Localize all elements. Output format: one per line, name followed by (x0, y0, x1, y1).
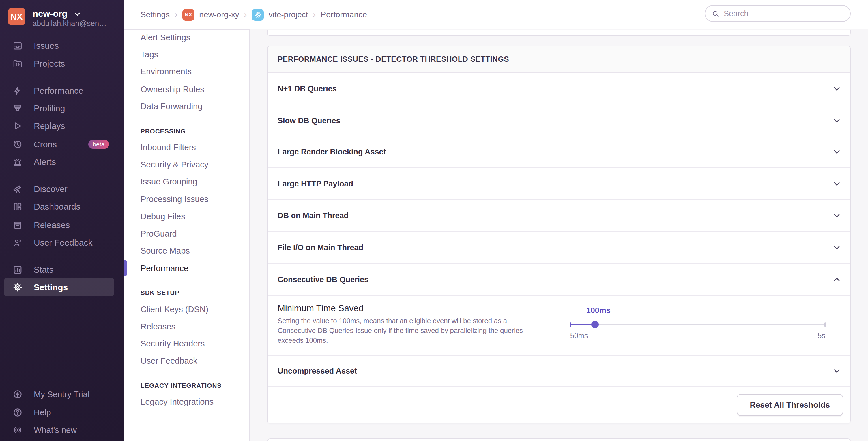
detector-row-label: Consecutive DB Queries (278, 275, 369, 284)
react-project-icon (252, 9, 264, 21)
gear-icon (13, 282, 23, 292)
settings-nav-item-issue-grouping[interactable]: Issue Grouping (141, 176, 197, 187)
settings-nav-item-source-maps[interactable]: Source Maps (141, 245, 190, 256)
detector-row-n-plus-one-db-queries[interactable]: N+1 DB Queries (268, 73, 850, 105)
slider-track[interactable] (570, 324, 825, 326)
bar-chart-icon (13, 265, 23, 275)
sidebar-item-profiling[interactable]: Profiling (0, 102, 124, 115)
projects-icon (13, 59, 23, 69)
breadcrumb-project[interactable]: vite-project (269, 10, 308, 19)
detector-row-slow-db-queries[interactable]: Slow DB Queries (268, 105, 850, 136)
settings-nav-item-data-forwarding[interactable]: Data Forwarding (141, 101, 202, 112)
reset-all-thresholds-button[interactable]: Reset All Thresholds (737, 394, 843, 416)
chevron-down-icon (832, 84, 841, 93)
sidebar-item-alerts[interactable]: Alerts (0, 156, 124, 168)
detector-row-db-on-main-thread[interactable]: DB on Main Thread (268, 199, 850, 231)
settings-nav-item-security-headers[interactable]: Security Headers (141, 338, 205, 349)
sidebar-item-stats[interactable]: Stats (0, 264, 124, 276)
settings-nav-item-inbound-filters[interactable]: Inbound Filters (141, 142, 196, 153)
next-panel-edge (267, 438, 851, 441)
telescope-icon (13, 184, 23, 194)
org-email: abdullah.khan@sen… (33, 19, 106, 28)
sidebar-item-label: Settings (34, 282, 68, 292)
chevron-down-icon (832, 179, 841, 189)
detector-row-consecutive-db-queries[interactable]: Consecutive DB Queries (268, 263, 850, 295)
org-avatar-small: NX (182, 9, 194, 21)
sidebar-item-dashboards[interactable]: Dashboards (0, 200, 124, 213)
settings-nav-heading-sdk-setup: SDK SETUP (141, 289, 180, 297)
settings-nav-item-environments[interactable]: Environments (141, 66, 192, 77)
sidebar-item-replays[interactable]: Replays (0, 120, 124, 132)
threshold-settings-panel: PERFORMANCE ISSUES - DETECTOR THRESHOLD … (267, 45, 851, 423)
sidebar-item-label: Issues (34, 41, 59, 51)
sidebar-item-label: Projects (34, 59, 65, 69)
detector-row-label: File I/O on Main Thread (278, 243, 363, 252)
sidebar-item-label: Stats (34, 265, 53, 275)
trial-bolt-icon (13, 389, 23, 399)
detector-row-uncompressed-asset[interactable]: Uncompressed Asset (268, 355, 850, 386)
breadcrumb-org[interactable]: new-org-xy (199, 10, 239, 19)
chevron-down-icon (832, 243, 841, 252)
detector-row-large-render-blocking-asset[interactable]: Large Render Blocking Asset (268, 136, 850, 167)
sidebar-item-whats-new[interactable]: What's new (0, 424, 124, 436)
previous-panel-edge (267, 30, 851, 36)
settings-nav-item-security-privacy[interactable]: Security & Privacy (141, 159, 208, 170)
help-icon (13, 408, 23, 417)
main-content: PERFORMANCE ISSUES - DETECTOR THRESHOLD … (250, 29, 868, 441)
sidebar-item-my-sentry-trial[interactable]: My Sentry Trial (0, 388, 124, 401)
breadcrumb-separator: › (244, 9, 247, 19)
settings-nav-item-client-keys[interactable]: Client Keys (DSN) (141, 304, 208, 315)
detector-row-large-http-payload[interactable]: Large HTTP Payload (268, 167, 850, 199)
search-input[interactable] (723, 7, 845, 20)
lightning-icon (13, 86, 23, 96)
detector-row-label: Large HTTP Payload (278, 179, 353, 188)
sidebar-item-label: Replays (34, 121, 65, 131)
panel-title: PERFORMANCE ISSUES - DETECTOR THRESHOLD … (278, 46, 509, 72)
settings-nav-item-performance[interactable]: Performance (141, 263, 188, 274)
breadcrumb-separator: › (175, 9, 178, 19)
settings-nav-item-releases[interactable]: Releases (141, 321, 176, 332)
sidebar-item-settings[interactable]: Settings (0, 281, 124, 294)
org-avatar: NX (8, 8, 25, 25)
settings-nav-item-ownership-rules[interactable]: Ownership Rules (141, 84, 204, 95)
user-feedback-icon (13, 238, 23, 247)
profiling-icon (13, 103, 23, 113)
org-switcher[interactable]: NX new-org abdullah.khan@sen… (0, 0, 124, 32)
settings-nav-heading-processing: PROCESSING (141, 127, 186, 136)
detector-row-label: Slow DB Queries (278, 116, 341, 125)
sidebar-item-label: My Sentry Trial (34, 390, 89, 399)
archive-icon (13, 220, 23, 230)
settings-nav-item-legacy-integrations[interactable]: Legacy Integrations (141, 396, 214, 407)
settings-nav-item-alert-settings[interactable]: Alert Settings (141, 32, 190, 43)
quickstart-panel[interactable]: 5 Quick Start 5 Remaining tasks (0, 350, 124, 379)
settings-nav-item-proguard[interactable]: ProGuard (141, 228, 177, 239)
threshold-slider: 100ms 50ms 5s (570, 306, 825, 344)
sidebar-item-label: Dashboards (34, 202, 81, 211)
play-icon (13, 121, 23, 131)
slider-handle[interactable] (591, 321, 599, 328)
panel-header: PERFORMANCE ISSUES - DETECTOR THRESHOLD … (268, 46, 850, 73)
breadcrumb-settings[interactable]: Settings (141, 10, 170, 19)
top-bar: Settings › NX new-org-xy › vite-project … (124, 0, 868, 30)
setting-description: Setting the value to 100ms, means that a… (278, 316, 537, 345)
settings-nav-item-user-feedback[interactable]: User Feedback (141, 355, 197, 366)
chevron-down-icon (73, 10, 82, 19)
sidebar-item-issues[interactable]: Issues (0, 39, 124, 52)
setting-label: Minimum Time Saved (278, 303, 364, 314)
search-box[interactable] (705, 5, 851, 22)
sidebar-item-help[interactable]: Help (0, 406, 124, 419)
settings-nav-item-debug-files[interactable]: Debug Files (141, 211, 185, 222)
settings-nav-item-tags[interactable]: Tags (141, 49, 158, 60)
slider-min-label: 50ms (570, 332, 588, 340)
sidebar-item-label: Profiling (34, 103, 65, 113)
siren-icon (13, 157, 23, 167)
sidebar-item-projects[interactable]: Projects (0, 57, 124, 70)
sidebar-item-discover[interactable]: Discover (0, 183, 124, 196)
detector-row-file-io-on-main-thread[interactable]: File I/O on Main Thread (268, 231, 850, 263)
sidebar-item-performance[interactable]: Performance (0, 84, 124, 97)
sidebar-item-user-feedback[interactable]: User Feedback (0, 236, 124, 249)
settings-nav-item-processing-issues[interactable]: Processing Issues (141, 194, 208, 205)
sidebar-item-releases[interactable]: Releases (0, 219, 124, 232)
detector-row-label: N+1 DB Queries (278, 84, 337, 93)
org-name: new-org (33, 9, 67, 19)
